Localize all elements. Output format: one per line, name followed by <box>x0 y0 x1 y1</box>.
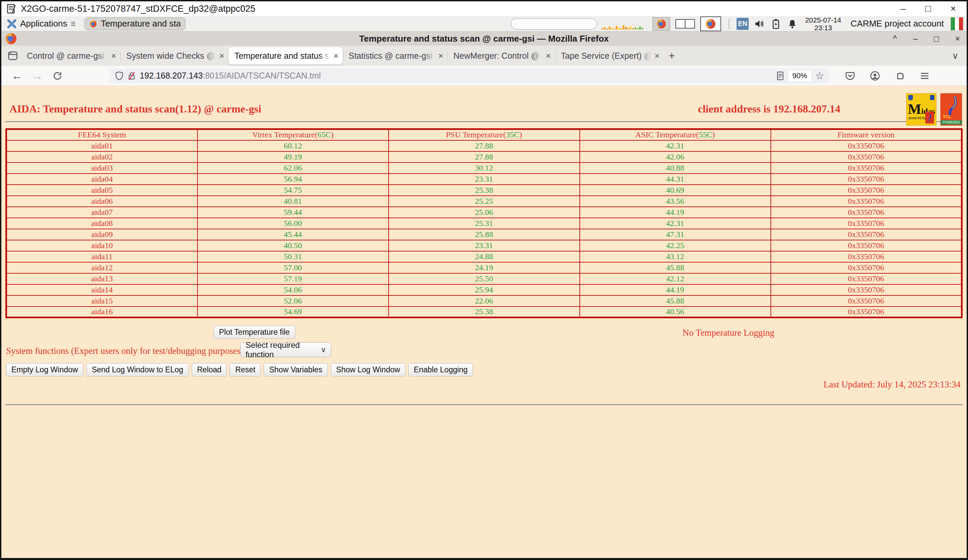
fee-name: aida15 <box>7 295 197 307</box>
tcl-powered-label: POWERED <box>941 120 961 124</box>
firmware-version: 0x3350706 <box>771 284 962 295</box>
firefox-view-icon[interactable] <box>5 47 21 65</box>
taskbar-window-button[interactable]: Temperature and status s... <box>85 17 186 30</box>
fee-name: aida03 <box>7 162 197 174</box>
x2go-close-button[interactable]: × <box>951 3 956 14</box>
browser-tab-4[interactable]: Statistics @ carme-gsi× <box>343 47 448 65</box>
table-row: aida0554.7525.3840.690x3350706 <box>7 185 962 196</box>
browser-tab-3[interactable]: Temperature and status scan× <box>229 47 343 65</box>
asic-temperature: 45.88 <box>580 295 771 307</box>
tab-close-icon[interactable]: × <box>546 51 551 61</box>
psu-temperature: 23.31 <box>389 240 580 251</box>
table-row: aida1150.3124.8843.120x3350706 <box>7 251 962 262</box>
psu-temperature: 25.38 <box>389 185 580 196</box>
extensions-icon[interactable] <box>895 71 905 81</box>
virtex-temperature: 40.81 <box>197 196 389 207</box>
firmware-version: 0x3350706 <box>771 273 962 284</box>
firefox-shade-button[interactable]: ^ <box>893 34 897 44</box>
psu-temperature: 25.88 <box>389 229 580 240</box>
reset-button[interactable]: Reset <box>230 363 261 376</box>
midas-logo-m: M <box>908 101 921 117</box>
fee-name: aida02 <box>7 151 197 162</box>
firmware-version: 0x3350706 <box>771 295 962 307</box>
enable-logging-button[interactable]: Enable Logging <box>408 363 473 376</box>
workspace-2[interactable] <box>685 19 695 28</box>
url-path: :8015/AIDA/TSCAN/TSCAN.tml <box>203 71 321 80</box>
show-variables-button[interactable]: Show Variables <box>264 363 328 376</box>
clock-time: 23:13 <box>805 24 841 31</box>
tab-close-icon[interactable]: × <box>333 51 338 61</box>
browser-tab-1[interactable]: Control @ carme-gsi× <box>21 47 120 65</box>
midas-logo: Midas powered by <box>906 93 937 126</box>
browser-tab-5[interactable]: NewMerger: Control @ carme× <box>448 47 555 65</box>
empty-log-window-button[interactable]: Empty Log Window <box>6 363 83 376</box>
table-row: aida0456.9423.3144.310x3350706 <box>7 174 962 185</box>
notification-bell-icon[interactable] <box>787 19 797 29</box>
table-row: aida0249.1927.8842.060x3350706 <box>7 151 962 162</box>
applications-menu-button[interactable]: Applications <box>5 18 77 30</box>
firefox-maximize-button[interactable]: □ <box>934 34 939 44</box>
fee-name: aida09 <box>7 229 197 240</box>
chevron-down-icon: ∨ <box>321 345 326 354</box>
clock[interactable]: 2025-07-14 23:13 <box>805 16 841 31</box>
column-header: Firmware version <box>771 129 962 140</box>
tab-bar: Control @ carme-gsi×System wide Checks @… <box>1 46 967 66</box>
send-log-window-to-elog-button[interactable]: Send Log Window to ELog <box>86 363 189 376</box>
account-profile-icon[interactable] <box>870 71 880 81</box>
firefox-icon <box>706 19 716 29</box>
virtex-temperature: 57.19 <box>197 273 389 284</box>
reload-button[interactable] <box>52 71 63 81</box>
firmware-version: 0x3350706 <box>771 251 962 262</box>
system-function-select[interactable]: Select required function ∨ <box>240 343 331 357</box>
pocket-icon[interactable] <box>845 71 855 81</box>
cpu-graph-bar <box>637 28 638 30</box>
cpu-graph-bar <box>627 28 629 30</box>
url-bar[interactable]: 192.168.207.143:8015/AIDA/TSCAN/TSCAN.tm… <box>110 68 829 83</box>
firefox-minimize-button[interactable]: – <box>913 34 918 44</box>
virtex-temperature: 62.06 <box>197 162 389 174</box>
browser-tab-2[interactable]: System wide Checks @ carme× <box>120 47 229 65</box>
x2go-minimize-button[interactable]: – <box>900 3 906 14</box>
workspace-switcher[interactable] <box>675 19 695 28</box>
tray-firefox-launcher[interactable] <box>700 17 721 31</box>
forward-button[interactable]: → <box>32 70 43 82</box>
plot-temperature-file-button[interactable]: Plot Temperature file <box>214 326 295 339</box>
asic-temperature: 44.19 <box>580 207 771 218</box>
tab-close-icon[interactable]: × <box>111 51 116 61</box>
reload-button[interactable]: Reload <box>192 363 227 376</box>
show-log-window-button[interactable]: Show Log Window <box>331 363 406 376</box>
reader-mode-icon[interactable] <box>776 71 784 81</box>
firefox-close-button[interactable]: × <box>955 34 960 44</box>
cpu-graph-bar <box>606 28 608 30</box>
keyboard-layout-indicator[interactable]: EN <box>737 18 749 30</box>
firefox-icon <box>90 19 97 28</box>
firmware-version: 0x3350706 <box>771 185 962 196</box>
new-tab-button[interactable]: + <box>664 47 680 65</box>
firmware-version: 0x3350706 <box>771 307 962 318</box>
list-all-tabs-button[interactable]: ∨ <box>947 47 963 65</box>
x2go-maximize-button[interactable]: □ <box>925 3 931 14</box>
tracking-shield-icon[interactable] <box>115 71 124 81</box>
battery-icon[interactable] <box>771 19 780 29</box>
horizontal-rule <box>5 121 963 123</box>
tray-firefox-button[interactable] <box>653 17 670 31</box>
zoom-level-button[interactable]: 90% <box>788 71 811 81</box>
back-button[interactable]: ← <box>12 70 23 82</box>
tab-close-icon[interactable]: × <box>438 51 443 61</box>
tab-close-icon[interactable]: × <box>655 51 660 61</box>
tab-close-icon[interactable]: × <box>219 51 224 61</box>
psu-temperature: 24.19 <box>389 262 580 273</box>
browser-tab-6[interactable]: Tape Service (Expert) @ carme× <box>555 47 664 65</box>
bookmark-star-icon[interactable]: ☆ <box>815 71 824 81</box>
firmware-version: 0x3350706 <box>771 218 962 229</box>
x2go-titlebar: X2GO-carme-51-1752078747_stDXFCE_dp32@at… <box>1 1 967 16</box>
hamburger-menu-icon[interactable] <box>920 71 930 81</box>
fee-name: aida11 <box>7 251 197 262</box>
insecure-lock-icon[interactable] <box>128 71 136 81</box>
panel-command-field[interactable] <box>511 18 597 30</box>
fee-name: aida06 <box>7 196 197 207</box>
firmware-version: 0x3350706 <box>771 151 962 162</box>
asic-temperature: 40.56 <box>580 307 771 318</box>
workspace-1[interactable] <box>675 19 686 28</box>
volume-icon[interactable] <box>754 19 764 29</box>
